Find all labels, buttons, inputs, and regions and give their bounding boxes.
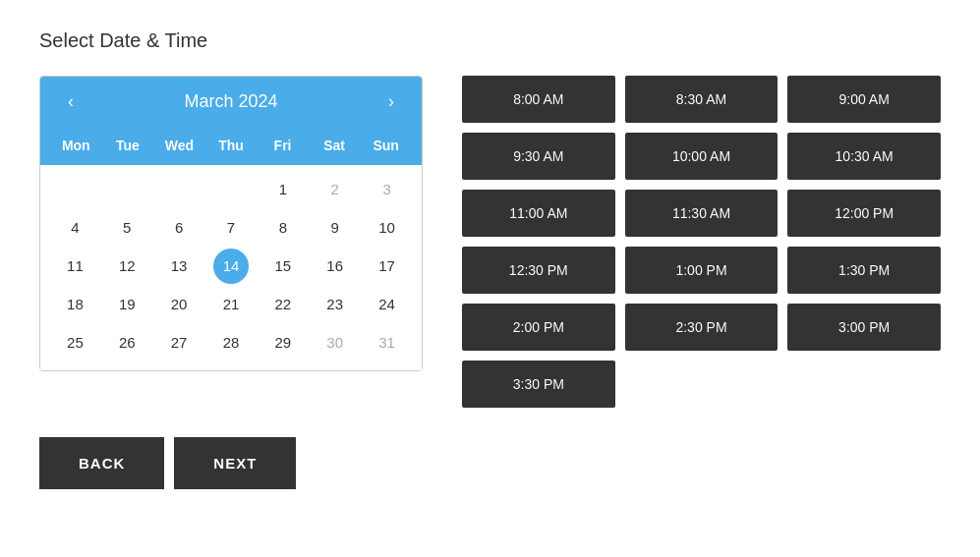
calendar-cell-13[interactable]: 13 bbox=[154, 248, 204, 284]
time-slots-grid: 8:00 AM8:30 AM9:00 AM9:30 AM10:00 AM10:3… bbox=[462, 76, 941, 408]
next-month-button[interactable]: › bbox=[380, 90, 402, 112]
calendar-cell-5[interactable]: 5 bbox=[102, 209, 152, 246]
time-slot-12-30-pm[interactable]: 12:30 PM bbox=[462, 247, 615, 294]
calendar-cell-29[interactable]: 29 bbox=[258, 324, 308, 361]
calendar-cell-10[interactable]: 10 bbox=[362, 209, 412, 246]
day-header-mon: Mon bbox=[50, 134, 102, 157]
calendar-cell-6[interactable]: 6 bbox=[154, 209, 204, 246]
calendar-cell-18[interactable]: 18 bbox=[50, 286, 100, 322]
time-slot-11-00-am[interactable]: 11:00 AM bbox=[462, 190, 615, 237]
calendar-cell-17[interactable]: 17 bbox=[362, 248, 412, 284]
calendar-cell-15[interactable]: 15 bbox=[258, 248, 308, 284]
calendar-cell-19[interactable]: 19 bbox=[102, 286, 152, 322]
main-container: Select Date & Time ‹ March 2024 › MonTue… bbox=[39, 29, 941, 489]
calendar: ‹ March 2024 › MonTueWedThuFriSatSun 123… bbox=[39, 76, 423, 371]
content-area: ‹ March 2024 › MonTueWedThuFriSatSun 123… bbox=[39, 76, 941, 408]
calendar-days-header: MonTueWedThuFriSatSun bbox=[40, 126, 422, 165]
day-header-sat: Sat bbox=[309, 134, 361, 157]
calendar-cell-other[interactable]: 3 bbox=[362, 171, 412, 207]
calendar-cell-1[interactable]: 1 bbox=[258, 171, 308, 207]
calendar-cell-22[interactable]: 22 bbox=[258, 286, 308, 322]
calendar-cell-empty bbox=[50, 171, 100, 207]
calendar-cell-9[interactable]: 9 bbox=[310, 209, 360, 246]
time-slot-10-30-am[interactable]: 10:30 AM bbox=[787, 133, 941, 180]
time-slot-8-00-am[interactable]: 8:00 AM bbox=[462, 76, 615, 123]
footer-buttons: BACK NEXT bbox=[39, 437, 941, 489]
calendar-month-year: March 2024 bbox=[184, 91, 277, 112]
calendar-cell-28[interactable]: 28 bbox=[206, 324, 257, 361]
back-button[interactable]: BACK bbox=[39, 437, 164, 489]
calendar-cell-empty bbox=[206, 171, 257, 207]
calendar-cell-20[interactable]: 20 bbox=[154, 286, 204, 322]
calendar-cell-other[interactable]: 2 bbox=[310, 171, 360, 207]
calendar-header: ‹ March 2024 › bbox=[40, 77, 422, 126]
calendar-cell-empty bbox=[102, 171, 152, 207]
time-slot-3-30-pm[interactable]: 3:30 PM bbox=[462, 361, 615, 408]
calendar-cells: 1234567891011121314151617181920212223242… bbox=[50, 171, 412, 361]
day-header-tue: Tue bbox=[102, 134, 154, 157]
day-header-sun: Sun bbox=[360, 134, 412, 157]
calendar-cell-4[interactable]: 4 bbox=[50, 209, 100, 246]
calendar-cell-26[interactable]: 26 bbox=[102, 324, 152, 361]
time-slot-9-30-am[interactable]: 9:30 AM bbox=[462, 133, 615, 180]
time-slot-3-00-pm[interactable]: 3:00 PM bbox=[787, 304, 941, 351]
prev-month-button[interactable]: ‹ bbox=[60, 90, 82, 112]
time-slot-2-30-pm[interactable]: 2:30 PM bbox=[625, 304, 778, 351]
calendar-cell-24[interactable]: 24 bbox=[362, 286, 412, 322]
calendar-cell-23[interactable]: 23 bbox=[310, 286, 360, 322]
calendar-cell-8[interactable]: 8 bbox=[258, 209, 308, 246]
time-slot-1-00-pm[interactable]: 1:00 PM bbox=[625, 247, 778, 294]
time-slot-8-30-am[interactable]: 8:30 AM bbox=[625, 76, 778, 123]
calendar-cell-25[interactable]: 25 bbox=[50, 324, 100, 361]
calendar-cell-21[interactable]: 21 bbox=[206, 286, 257, 322]
calendar-cell-12[interactable]: 12 bbox=[102, 248, 152, 284]
day-header-thu: Thu bbox=[205, 134, 258, 157]
time-slot-1-30-pm[interactable]: 1:30 PM bbox=[787, 247, 941, 294]
day-header-fri: Fri bbox=[257, 134, 309, 157]
next-button[interactable]: NEXT bbox=[174, 437, 296, 489]
calendar-cell-7[interactable]: 7 bbox=[206, 209, 257, 246]
time-slot-2-00-pm[interactable]: 2:00 PM bbox=[462, 304, 615, 351]
time-slot-10-00-am[interactable]: 10:00 AM bbox=[625, 133, 778, 180]
page-title: Select Date & Time bbox=[39, 29, 941, 52]
time-slot-11-30-am[interactable]: 11:30 AM bbox=[625, 190, 778, 237]
calendar-cell-other[interactable]: 30 bbox=[310, 324, 360, 361]
time-slot-12-00-pm[interactable]: 12:00 PM bbox=[787, 190, 941, 237]
calendar-cell-11[interactable]: 11 bbox=[50, 248, 100, 284]
calendar-cell-16[interactable]: 16 bbox=[310, 248, 360, 284]
time-slot-9-00-am[interactable]: 9:00 AM bbox=[787, 76, 941, 123]
calendar-cell-selected[interactable]: 14 bbox=[213, 249, 249, 284]
calendar-cell-other[interactable]: 31 bbox=[362, 324, 412, 361]
day-header-wed: Wed bbox=[153, 134, 205, 157]
calendar-grid: MonTueWedThuFriSatSun 123456789101112131… bbox=[40, 126, 422, 370]
calendar-cell-27[interactable]: 27 bbox=[154, 324, 204, 361]
calendar-cell-empty bbox=[154, 171, 204, 207]
